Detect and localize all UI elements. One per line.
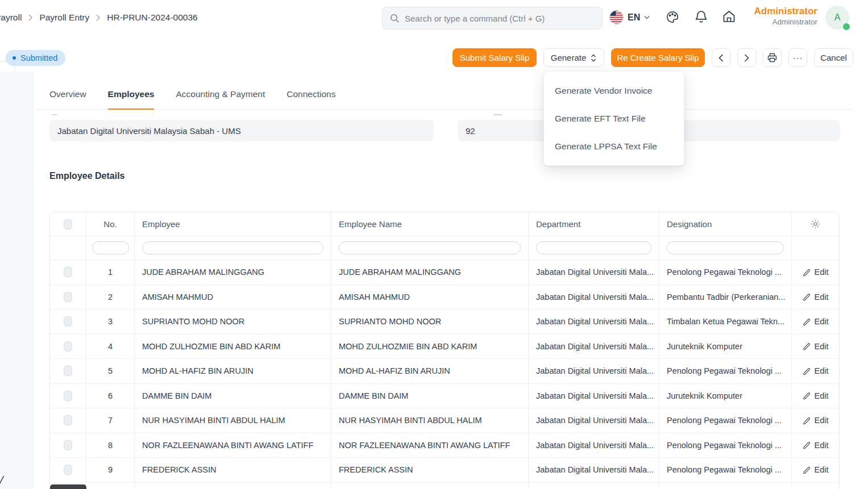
pencil-icon bbox=[803, 268, 811, 277]
row-checkbox[interactable] bbox=[64, 415, 72, 425]
select-all-checkbox[interactable] bbox=[64, 219, 72, 229]
department-field-value: Jabatan Digital Universiti Malaysia Saba… bbox=[57, 126, 241, 136]
tab-connections[interactable]: Connections bbox=[286, 80, 335, 109]
edit-row-button[interactable]: Edit bbox=[803, 342, 829, 351]
menu-item-generate-eft-text-file[interactable]: Generate EFT Text File bbox=[544, 105, 684, 132]
filter-no-input[interactable] bbox=[92, 241, 129, 254]
row-checkbox[interactable] bbox=[64, 316, 72, 327]
tab-accounting-payment[interactable]: Accounting & Payment bbox=[176, 80, 265, 109]
breadcrumb-document-id[interactable]: HR-PRUN-2024-00036 bbox=[107, 12, 197, 23]
theme-switcher-button[interactable] bbox=[666, 10, 679, 24]
language-selector[interactable]: EN bbox=[609, 10, 650, 24]
status-label: Submitted bbox=[20, 53, 57, 62]
row-checkbox[interactable] bbox=[64, 465, 72, 475]
employee-cell: MOHD ZULHOZMIE BIN ABD KARIM bbox=[135, 335, 331, 360]
print-button[interactable] bbox=[763, 48, 782, 67]
edit-row-button[interactable]: Edit bbox=[803, 292, 829, 302]
table-row: 2 AMISAH MAHMUD AMISAH MAHMUD Jabatan Di… bbox=[50, 285, 839, 310]
row-checkbox[interactable] bbox=[64, 267, 72, 277]
edit-label: Edit bbox=[815, 441, 829, 450]
breadcrumb: Payroll Payroll Entry HR-PRUN-2024-00036 bbox=[0, 12, 198, 23]
search-input[interactable] bbox=[405, 14, 595, 23]
edit-row-button[interactable]: Edit bbox=[803, 441, 829, 450]
edit-label: Edit bbox=[815, 465, 829, 474]
cancel-button[interactable]: Cancel bbox=[814, 48, 853, 67]
avatar[interactable]: A bbox=[825, 6, 849, 30]
edit-row-button[interactable]: Edit bbox=[803, 268, 829, 277]
generate-button-label: Generate bbox=[551, 53, 587, 62]
status-badge: Submitted bbox=[6, 50, 65, 66]
edit-label: Edit bbox=[815, 268, 829, 277]
printer-icon bbox=[767, 53, 777, 62]
designation-cell: Juruteknik Komputer bbox=[659, 384, 792, 409]
table-row: 5 MOHD AL-HAFIZ BIN ARUJIN MOHD AL-HAFIZ… bbox=[50, 359, 839, 384]
edit-label: Edit bbox=[815, 416, 829, 425]
breadcrumb-payroll[interactable]: Payroll bbox=[0, 12, 22, 23]
employee-cell: JUDE ABRAHAM MALINGGANG bbox=[135, 260, 331, 285]
row-number: 9 bbox=[86, 458, 135, 483]
row-checkbox[interactable] bbox=[64, 292, 72, 302]
edit-label: Edit bbox=[815, 292, 829, 302]
chevron-right-icon bbox=[96, 14, 100, 21]
employee-cell: NOR FAZLEENAWANA BINTI AWANG LATIFF bbox=[135, 433, 331, 458]
filter-employee-name-input[interactable] bbox=[339, 241, 521, 254]
pencil-icon bbox=[803, 342, 811, 350]
notifications-button[interactable] bbox=[695, 10, 708, 24]
row-checkbox[interactable] bbox=[64, 366, 72, 376]
table-row: 6 DAMME BIN DAIM DAMME BIN DAIM Jabatan … bbox=[50, 384, 839, 409]
employee-name-cell: FREDERICK ASSIN bbox=[331, 458, 529, 483]
employee-name-cell: MOHD AL-HAFIZ BIN ARUJIN bbox=[331, 359, 529, 384]
table-row-partial bbox=[50, 483, 839, 489]
edit-row-button[interactable]: Edit bbox=[803, 391, 829, 400]
department-cell: Jabatan Digital Universiti Mala... bbox=[529, 260, 659, 285]
table-header-row: No. Employee Employee Name Department De… bbox=[50, 212, 839, 236]
menu-item-generate-lppsa-text-file[interactable]: Generate LPPSA Text File bbox=[544, 132, 684, 160]
edit-label: Edit bbox=[815, 391, 829, 400]
edit-row-button[interactable]: Edit bbox=[803, 317, 829, 326]
pencil-icon bbox=[803, 466, 811, 474]
recreate-salary-slip-button[interactable]: Re Create Salary Slip bbox=[611, 48, 705, 67]
designation-cell: Juruteknik Komputer bbox=[659, 335, 792, 360]
edit-label: Edit bbox=[815, 366, 829, 375]
previous-document-button[interactable] bbox=[712, 48, 730, 67]
pencil-icon bbox=[803, 391, 811, 400]
employee-cell: AMISAH MAHMUD bbox=[135, 285, 331, 310]
employee-name-cell: SUPRIANTO MOHD NOOR bbox=[331, 310, 529, 335]
department-cell: Jabatan Digital Universiti Mala... bbox=[529, 458, 659, 483]
row-checkbox[interactable] bbox=[64, 391, 72, 401]
grid-settings-button[interactable] bbox=[792, 212, 839, 236]
tab-overview[interactable]: Overview bbox=[49, 80, 86, 109]
table-body: 1 JUDE ABRAHAM MALINGGANG JUDE ABRAHAM M… bbox=[50, 260, 839, 483]
global-search[interactable] bbox=[382, 7, 603, 30]
menu-item-generate-vendor-invoice[interactable]: Generate Vendor Invoice bbox=[544, 77, 684, 105]
table-row: 7 NUR HASYIMAH BINTI ABDUL HALIM NUR HAS… bbox=[50, 408, 839, 433]
language-label: EN bbox=[628, 12, 640, 23]
breadcrumb-payroll-entry[interactable]: Payroll Entry bbox=[39, 12, 89, 23]
pencil-icon bbox=[803, 441, 811, 449]
filter-designation-input[interactable] bbox=[667, 241, 784, 254]
edit-row-button[interactable]: Edit bbox=[803, 416, 829, 425]
filter-department-input[interactable] bbox=[536, 241, 651, 254]
edit-label: Edit bbox=[815, 342, 829, 351]
employee-name-cell: MOHD ZULHOZMIE BIN ABD KARIM bbox=[331, 335, 529, 360]
bell-icon bbox=[695, 10, 708, 24]
submit-salary-slip-button[interactable]: Submit Salary Slip bbox=[452, 48, 537, 67]
filter-employee-input[interactable] bbox=[142, 241, 323, 254]
next-document-button[interactable] bbox=[737, 48, 756, 67]
edit-label: Edit bbox=[815, 317, 829, 326]
generate-button[interactable]: Generate bbox=[543, 48, 604, 67]
edit-row-button[interactable]: Edit bbox=[803, 366, 829, 375]
designation-cell: Penolong Pegawai Teknologi ... bbox=[659, 433, 792, 458]
user-menu[interactable]: Administrator Administrator bbox=[728, 6, 817, 27]
employee-name-cell: NOR FAZLEENAWANA BINTI AWANG LATIFF bbox=[331, 433, 529, 458]
menu-button[interactable]: ··· bbox=[788, 48, 807, 67]
edit-row-button[interactable]: Edit bbox=[803, 465, 829, 474]
section-title: Employee Details bbox=[49, 171, 125, 181]
department-field[interactable]: Jabatan Digital Universiti Malaysia Saba… bbox=[49, 120, 434, 141]
row-checkbox[interactable] bbox=[64, 341, 72, 352]
tab-employees[interactable]: Employees bbox=[108, 80, 155, 109]
department-cell: Jabatan Digital Universiti Mala... bbox=[529, 433, 659, 458]
employee-name-cell: AMISAH MAHMUD bbox=[331, 285, 529, 310]
employee-name-cell: NUR HASYIMAH BINTI ABDUL HALIM bbox=[331, 408, 529, 433]
row-checkbox[interactable] bbox=[64, 440, 72, 450]
